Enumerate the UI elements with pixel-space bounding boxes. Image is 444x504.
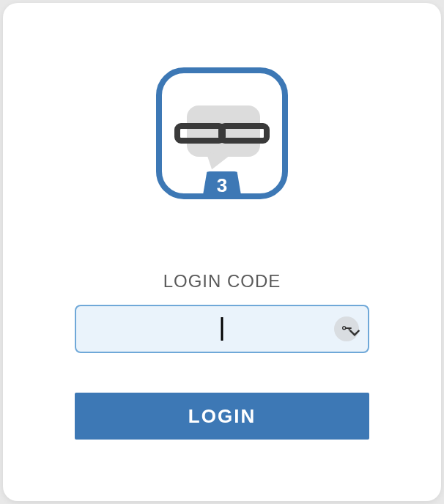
login-card: 3 LOGIN CODE LOGIN xyxy=(3,3,441,501)
svg-rect-0 xyxy=(177,126,223,141)
logo-version-badge: 3 xyxy=(202,171,242,199)
chevron-down-icon xyxy=(349,327,360,338)
svg-rect-1 xyxy=(221,126,267,141)
speech-bubble-tail xyxy=(203,152,229,171)
login-code-input[interactable] xyxy=(75,305,369,353)
input-wrapper xyxy=(75,305,369,353)
chain-link-icon xyxy=(174,115,270,152)
password-autofill-button[interactable] xyxy=(334,316,359,341)
login-code-label: LOGIN CODE xyxy=(163,271,281,292)
app-logo: 3 xyxy=(156,67,288,199)
badge-number: 3 xyxy=(217,174,227,197)
login-button[interactable]: LOGIN xyxy=(75,393,369,440)
login-form: LOGIN CODE LOGIN xyxy=(3,271,441,440)
